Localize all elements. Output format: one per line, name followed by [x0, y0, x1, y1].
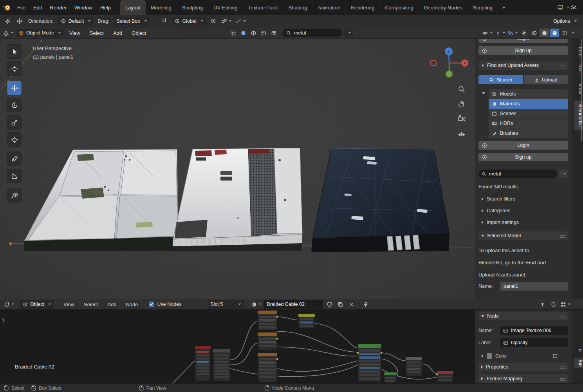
copy-material-icon[interactable] [336, 300, 345, 309]
fake-user-shield-icon[interactable] [325, 300, 334, 309]
options-dropdown[interactable]: Options [550, 17, 580, 25]
search-presets-button[interactable] [344, 29, 353, 37]
node-editor-canvas[interactable]: Braided Cable 02 [0, 310, 475, 383]
signup-button-top[interactable]: Sign up [478, 46, 568, 55]
menu-edit[interactable]: Edit [29, 5, 46, 11]
login-button[interactable]: Login [478, 141, 568, 150]
login-button-partial[interactable]: Login [478, 39, 568, 43]
material-browse-icon[interactable] [250, 300, 262, 309]
editor-type-icon[interactable] [2, 29, 14, 37]
shader-type-dropdown[interactable]: Object [20, 300, 54, 309]
gizmos-dropdown-icon[interactable] [494, 29, 506, 37]
asset-type-expander[interactable] [478, 89, 489, 138]
orientation-dropdown[interactable]: Default [58, 17, 94, 25]
selected-model-header[interactable]: Selected Model [478, 231, 568, 240]
vp-menu-view[interactable]: View [65, 30, 84, 36]
sh-menu-add[interactable]: Add [103, 302, 120, 307]
workspace-tab-layout[interactable]: Layout [120, 0, 146, 15]
vp-menu-select[interactable]: Select [86, 30, 108, 36]
menu-window[interactable]: Window [70, 5, 96, 11]
sidebar-scrollbar[interactable] [581, 39, 582, 141]
active-tool-icon[interactable] [3, 17, 13, 25]
workspace-tab-texture-paint[interactable]: Texture Paint [243, 0, 283, 15]
workspace-tab-modeling[interactable]: Modeling [146, 0, 177, 15]
categories-expander[interactable]: Categories [478, 207, 568, 215]
node-name-field[interactable]: Image Texture.006 [500, 326, 568, 335]
snap-node-icon[interactable] [549, 300, 558, 309]
tool-scale[interactable] [7, 115, 22, 130]
asset-name-field[interactable]: panel1 [500, 282, 568, 291]
snap-toggle-icon[interactable] [160, 17, 169, 25]
menu-help[interactable]: Help [96, 5, 115, 11]
axis-y-handle[interactable] [446, 70, 453, 78]
panel-grip-icon[interactable] [560, 314, 565, 318]
viewport-shading-rendered-icon[interactable] [560, 29, 569, 37]
editor-type-icon[interactable] [3, 300, 15, 309]
properties-section-header[interactable]: Properties [478, 363, 568, 371]
mode-dropdown[interactable]: Object Mode [16, 29, 64, 37]
tool-add-cube[interactable] [7, 188, 22, 202]
viewport-shading-solid-icon[interactable] [540, 29, 549, 37]
sh-menu-view[interactable]: View [60, 302, 78, 307]
asset-type-hdrs[interactable]: HDRs [489, 119, 568, 128]
texture-mapping-section-header[interactable]: Texture Mapping [478, 374, 568, 383]
viewport-shading-wireframe-icon[interactable] [529, 29, 539, 37]
viewport-canvas[interactable]: User Perspective (1) panels | panel1 [0, 39, 475, 299]
viewport-search-input[interactable]: metal [282, 29, 342, 37]
transform-gizmo-icon[interactable] [15, 17, 24, 25]
sh-menu-node[interactable]: Node [122, 302, 142, 307]
zoom-region-icon[interactable] [538, 300, 547, 309]
menu-render[interactable]: Render [46, 5, 70, 11]
tab-upload[interactable]: Upload [524, 75, 569, 84]
tool-move[interactable] [7, 81, 22, 95]
shading-wireframe-icon[interactable] [228, 29, 238, 37]
zoom-control-icon[interactable] [457, 85, 466, 94]
orthographic-grid-icon[interactable] [457, 129, 466, 138]
blender-logo-icon[interactable] [0, 0, 13, 15]
tool-cursor[interactable] [7, 61, 22, 76]
overlays-dropdown-icon[interactable] [507, 29, 518, 37]
viewport-shading-material-icon[interactable] [550, 29, 559, 37]
drag-dropdown[interactable]: Select Box [114, 17, 150, 25]
node-label-field[interactable]: Opacity [500, 338, 568, 347]
asset-type-scenes[interactable]: Scenes [489, 109, 568, 119]
material-name-field[interactable]: Braided Cable 02 [264, 300, 323, 309]
search-history-button[interactable] [559, 170, 568, 178]
color-row[interactable]: Color [478, 353, 568, 359]
tool-rotate[interactable] [7, 98, 22, 112]
workspace-tab-shading[interactable]: Shading [283, 0, 313, 15]
xray-toggle-icon[interactable] [519, 29, 529, 37]
tab-search[interactable]: Search [478, 75, 523, 84]
pin-icon[interactable] [361, 300, 370, 309]
workspace-tab-compositing[interactable]: Compositing [380, 0, 419, 15]
workspace-tab-uv-editing[interactable]: UV Editing [208, 0, 243, 15]
panel-grip-icon[interactable] [560, 377, 565, 381]
camera-view-icon[interactable] [457, 114, 466, 123]
visibility-dropdown-icon[interactable] [481, 29, 493, 37]
tool-annotate[interactable] [7, 152, 22, 166]
import-settings-expander[interactable]: Import settings [478, 219, 568, 226]
sh-menu-select[interactable]: Select [80, 302, 102, 307]
scene-selector[interactable]: Sc [557, 0, 583, 15]
node-sidebar-tab-options[interactable]: o [574, 348, 583, 352]
shading-solid-icon[interactable] [238, 29, 248, 37]
color-swatch[interactable] [487, 353, 492, 359]
workspace-tab-animation[interactable]: Animation [312, 0, 346, 15]
shading-options-caret[interactable] [572, 32, 574, 34]
navigation-gizmo[interactable]: Z X [425, 45, 472, 81]
tool-measure[interactable] [7, 169, 22, 183]
asset-type-models[interactable]: Models [489, 89, 568, 99]
panel-grip-icon[interactable] [560, 234, 565, 238]
vp-menu-object[interactable]: Object [128, 30, 150, 36]
workspace-tab-scripting[interactable]: Scripting [468, 0, 498, 15]
workspace-tab-rendering[interactable]: Rendering [346, 0, 380, 15]
use-nodes-toggle[interactable]: Use Nodes [149, 302, 181, 307]
overlay-grid-icon[interactable] [560, 300, 571, 309]
tool-transform[interactable] [7, 132, 22, 147]
proportional-edit-icon[interactable] [209, 17, 218, 25]
panel-grip-icon[interactable] [560, 365, 565, 369]
proportional-connected-icon[interactable] [220, 17, 232, 25]
shading-rendered-icon[interactable] [259, 29, 268, 37]
asset-type-materials[interactable]: Materials [489, 99, 568, 109]
node-section-header[interactable]: Node [478, 312, 568, 320]
